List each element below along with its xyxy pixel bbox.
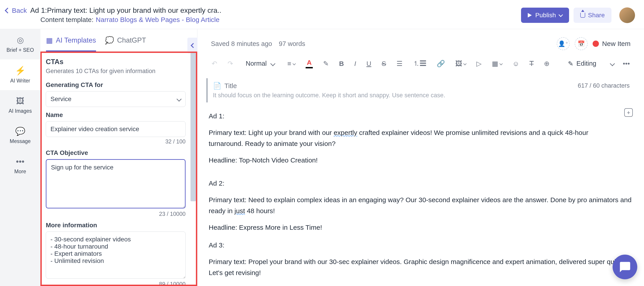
ad3-number: Ad 3: (209, 240, 633, 251)
chevron-down-icon (610, 61, 615, 66)
underline-button[interactable]: U (365, 58, 373, 69)
page-title: Ad 1:Primary text: Light up your brand w… (30, 6, 222, 14)
undo-button[interactable]: ↶ (210, 58, 219, 69)
ad1-primary: Primary text: Light up your brand with o… (209, 127, 615, 149)
style-select[interactable]: Normal (242, 58, 279, 69)
cta-heading: CTAs (46, 58, 186, 66)
bullet-list-button[interactable]: ☰ (395, 58, 404, 69)
editing-mode-select[interactable]: ✎ Editing (568, 60, 614, 67)
rail-brief-seo[interactable]: ◎ Brief + SEO (0, 29, 40, 59)
publish-button[interactable]: Publish (521, 8, 569, 23)
number-list-button[interactable]: ⒈☰ (411, 58, 428, 69)
cta-subtitle: Generates 10 CTAs for given information (46, 68, 186, 75)
target-icon: ◎ (17, 35, 24, 45)
emoji-button[interactable]: ☺ (511, 58, 521, 69)
objective-label: CTA Objective (46, 149, 186, 156)
generating-label: Generating CTA for (46, 81, 186, 88)
left-rail: ◎ Brief + SEO ⚡ AI Writer 🖼 AI Images 💬 … (0, 29, 40, 286)
ad1-headline: Headline: Top-Notch Video Creation! (209, 155, 615, 166)
add-section-button[interactable]: ⊕ (542, 58, 551, 69)
image-icon: 🖼 (16, 96, 24, 106)
name-label: Name (46, 111, 186, 119)
more-icon: ••• (16, 157, 24, 166)
rail-ai-images[interactable]: 🖼 AI Images (0, 90, 40, 120)
scrollbar[interactable] (190, 53, 196, 201)
add-date-button[interactable]: 📅 (575, 37, 588, 50)
upload-icon (580, 13, 585, 18)
align-button[interactable]: ≡ (286, 58, 297, 69)
saved-status: Saved 8 minutes ago (211, 40, 272, 47)
generating-select[interactable]: Service (46, 91, 186, 107)
chevron-down-icon (270, 61, 276, 66)
ad2-number: Ad 2: (209, 178, 633, 189)
bold-button[interactable]: B (337, 58, 346, 69)
ad1-number: Ad 1: (209, 110, 615, 122)
ad2-primary: Primary text: Need to explain complex id… (209, 194, 633, 217)
send-icon (528, 13, 532, 17)
top-header: Back Ad 1:Primary text: Light up your br… (0, 0, 644, 29)
share-button[interactable]: Share (574, 8, 612, 23)
table-button[interactable]: ▦ (490, 58, 504, 69)
moreinfo-count: 89 / 10000 (46, 281, 186, 286)
title-label: Title (224, 82, 237, 90)
title-hint: It should focus on the learning outcome.… (213, 92, 630, 99)
chevron-down-icon (176, 97, 182, 102)
clear-format-button[interactable]: T̶ (528, 58, 536, 69)
title-block: 📄 Title 617 / 60 characters It should fo… (206, 78, 635, 102)
new-item-label[interactable]: New Item (602, 40, 630, 47)
ai-panel: ▦ AI Templates 💭 ChatGPT CTAs Generates … (40, 29, 198, 286)
font-color-button[interactable]: A (304, 57, 314, 70)
bolt-icon: ⚡ (15, 66, 26, 75)
template-label: Content template: (40, 16, 94, 23)
video-button[interactable]: ▷ (474, 58, 483, 69)
objective-count: 23 / 10000 (46, 211, 186, 217)
strike-button[interactable]: S (380, 58, 388, 69)
rail-ai-writer[interactable]: ⚡ AI Writer (0, 59, 40, 90)
tab-chatgpt[interactable]: 💭 ChatGPT (105, 29, 146, 51)
redo-button[interactable]: ↷ (226, 58, 235, 69)
name-count: 32 / 100 (46, 138, 186, 145)
chatgpt-icon: 💭 (105, 36, 114, 45)
add-comment-button[interactable]: + (624, 108, 633, 117)
italic-button[interactable]: I (352, 58, 358, 69)
user-avatar[interactable] (619, 7, 635, 23)
pencil-icon: ✎ (568, 60, 573, 67)
templates-icon: ▦ (46, 36, 53, 45)
template-link[interactable]: Narrato Blogs & Web Pages - Blog Article (96, 16, 220, 23)
tab-ai-templates[interactable]: ▦ AI Templates (46, 29, 96, 51)
chat-support-button[interactable] (612, 255, 637, 279)
image-button[interactable]: 🖼 (454, 58, 468, 69)
moreinfo-label: More information (46, 222, 186, 229)
moreinfo-textarea[interactable] (46, 232, 186, 279)
rail-more[interactable]: ••• More (0, 151, 40, 181)
editor-toolbar: ↶ ↷ Normal ≡ A ✎ B I U S ☰ ⒈☰ 🔗 🖼 ▷ ▦ ☺ … (206, 55, 635, 75)
chat-icon (619, 261, 631, 273)
link-button[interactable]: 🔗 (435, 58, 447, 69)
ad3-primary: Primary text: Propel your brand with our… (209, 256, 633, 278)
char-count: 617 / 60 characters (578, 82, 630, 89)
chevron-down-icon (558, 12, 563, 17)
chat-icon: 💬 (15, 127, 25, 136)
collapse-panel-button[interactable] (187, 38, 198, 53)
back-button[interactable]: Back (6, 7, 27, 14)
ad2-headline: Headline: Express More in Less Time! (209, 222, 633, 233)
name-input[interactable] (46, 121, 186, 137)
chevron-left-icon (5, 8, 10, 13)
add-user-button[interactable]: 👤⁺ (557, 37, 570, 50)
editor-area: Saved 8 minutes ago 97 words 👤⁺ 📅 New It… (198, 29, 644, 286)
content-body[interactable]: Ad 1: Primary text: Light up your brand … (206, 106, 635, 286)
more-toolbar-button[interactable]: ••• (621, 58, 632, 69)
back-label: Back (12, 7, 27, 14)
word-count: 97 words (279, 40, 305, 47)
highlight-button[interactable]: ✎ (321, 58, 330, 69)
rail-message[interactable]: 💬 Message (0, 120, 40, 151)
chevron-left-icon (190, 43, 196, 48)
status-dot (592, 40, 599, 47)
document-icon: 📄 (213, 82, 221, 90)
ad3-headline: Headline: Quick, Effective Ad Creativity… (209, 284, 633, 286)
objective-textarea[interactable] (46, 159, 186, 209)
